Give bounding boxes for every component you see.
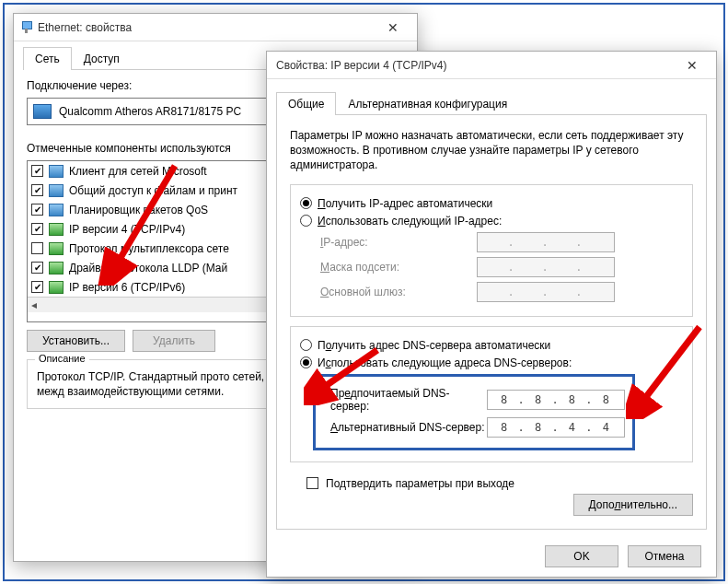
radio-icon	[300, 356, 312, 368]
component-label: Клиент для сетей Microsoft	[69, 165, 207, 178]
ethernet-icon	[19, 20, 34, 35]
protocol-icon	[49, 262, 64, 274]
ip-address-input: . . .	[477, 232, 615, 252]
dns-group: Получить адрес DNS-сервера автоматически…	[290, 326, 693, 462]
mask-input: . . .	[477, 257, 615, 277]
radio-label: Получить IP-адрес автоматически	[318, 197, 492, 210]
component-label: Драйвер протокола LLDP (Май	[69, 262, 227, 274]
service-icon	[49, 184, 64, 197]
component-label: IP версии 4 (TCP/IPv4)	[69, 223, 185, 236]
checkbox-icon[interactable]: ✔	[31, 184, 43, 196]
validate-label: Подтвердить параметры при выходе	[326, 477, 514, 490]
tab-network[interactable]: Сеть	[23, 47, 72, 70]
checkbox-icon[interactable]: ✔	[31, 223, 43, 235]
window-title: Свойства: IP версии 4 (TCP/IPv4)	[272, 59, 674, 72]
radio-label: Использовать следующий IP-адрес:	[318, 215, 502, 228]
component-label: IP версии 6 (TCP/IPv6)	[69, 281, 185, 294]
titlebar[interactable]: Свойства: IP версии 4 (TCP/IPv4) ✕	[267, 52, 716, 79]
mask-label: Маска подсети:	[320, 261, 477, 274]
preferred-dns-input[interactable]: 8 . 8 . 8 . 8	[487, 390, 625, 410]
radio-label: Получить адрес DNS-сервера автоматически	[318, 339, 550, 352]
ip-group: Получить IP-адрес автоматически Использо…	[290, 184, 693, 317]
preferred-dns-label: Предпочитаемый DNS-сервер:	[330, 387, 487, 413]
service-icon	[49, 204, 64, 216]
close-icon[interactable]: ✕	[375, 17, 411, 39]
service-icon	[49, 165, 64, 178]
checkbox-icon[interactable]: ✔	[31, 165, 43, 177]
tabs: Общие Альтернативная конфигурация	[276, 92, 707, 115]
ok-button[interactable]: OK	[545, 545, 618, 567]
protocol-icon	[49, 242, 64, 255]
protocol-icon	[49, 223, 64, 236]
intro-text: Параметры IP можно назначать автоматичес…	[290, 128, 693, 173]
gateway-input: . . .	[477, 282, 615, 302]
scroll-left-icon[interactable]: ◂	[28, 298, 40, 312]
radio-dns-auto[interactable]: Получить адрес DNS-сервера автоматически	[300, 339, 683, 352]
component-label: Общий доступ к файлам и принт	[69, 184, 237, 197]
tab-sharing[interactable]: Доступ	[72, 47, 132, 70]
component-label: Планировщик пакетов QoS	[69, 204, 208, 216]
checkbox-icon[interactable]: ✔	[31, 281, 43, 293]
ip-address-label: IP-адрес:	[320, 236, 477, 249]
component-label: Протокол мультиплексора сете	[69, 242, 229, 255]
radio-ip-auto[interactable]: Получить IP-адрес автоматически	[300, 197, 683, 210]
radio-icon	[300, 197, 312, 209]
window-title: Ethernet: свойства	[34, 21, 375, 34]
tab-alt-config[interactable]: Альтернативная конфигурация	[336, 92, 519, 115]
ipv4-properties-window: Свойства: IP версии 4 (TCP/IPv4) ✕ Общие…	[266, 51, 717, 578]
install-button[interactable]: Установить...	[27, 330, 125, 352]
radio-icon	[300, 215, 312, 227]
titlebar[interactable]: Ethernet: свойства ✕	[14, 14, 417, 41]
uninstall-button[interactable]: Удалить	[133, 330, 215, 352]
validate-checkbox-row[interactable]: Подтвердить параметры при выходе	[306, 477, 693, 490]
tab-general[interactable]: Общие	[276, 92, 336, 115]
radio-icon	[300, 339, 312, 351]
close-icon[interactable]: ✕	[674, 54, 711, 76]
radio-ip-manual[interactable]: Использовать следующий IP-адрес:	[300, 215, 683, 228]
alternate-dns-label: Альтернативный DNS-сервер:	[330, 421, 487, 434]
checkbox-icon[interactable]: ✔	[31, 204, 43, 216]
nic-icon	[33, 104, 52, 119]
gateway-label: Основной шлюз:	[320, 286, 477, 298]
dns-highlight-box: Предпочитаемый DNS-сервер: 8 . 8 . 8 . 8…	[313, 374, 635, 450]
checkbox-icon[interactable]	[31, 242, 43, 254]
checkbox-icon	[306, 477, 318, 489]
adapter-name: Qualcomm Atheros AR8171/8175 PC	[59, 105, 241, 118]
advanced-button[interactable]: Дополнительно...	[573, 494, 693, 516]
alternate-dns-input[interactable]: 8 . 8 . 4 . 4	[487, 417, 625, 438]
description-legend: Описание	[35, 353, 89, 364]
radio-label: Использовать следующие адреса DNS-сервер…	[318, 356, 572, 369]
protocol-icon	[49, 281, 64, 294]
radio-dns-manual[interactable]: Использовать следующие адреса DNS-сервер…	[300, 356, 683, 369]
cancel-button[interactable]: Отмена	[628, 545, 701, 567]
checkbox-icon[interactable]: ✔	[31, 262, 43, 274]
